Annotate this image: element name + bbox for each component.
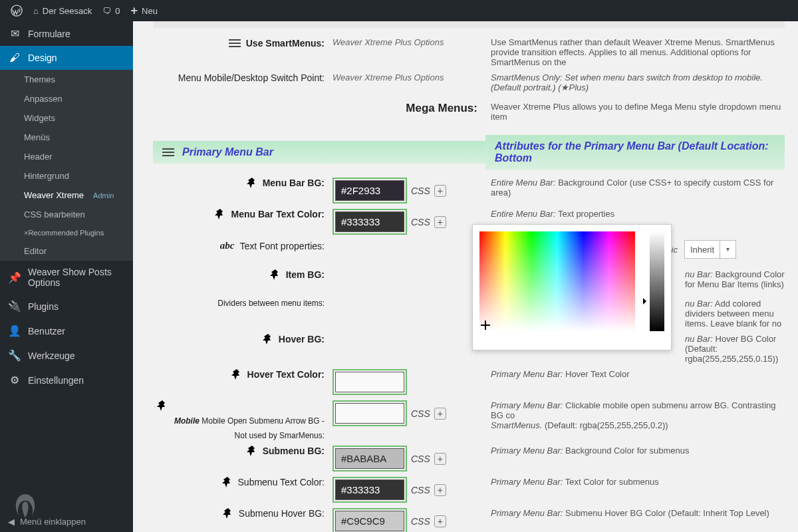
submenu-weaver-xtreme[interactable]: Weaver XtremeAdmin	[0, 186, 133, 205]
pin-icon	[231, 369, 242, 380]
css-plus-button[interactable]: +	[434, 453, 446, 465]
submenu-bg-desc: Primary Menu Bar: Background Color for s…	[485, 446, 785, 456]
user-icon: 👤	[8, 325, 21, 337]
menu-formulare[interactable]: ✉Formulare	[0, 21, 133, 46]
submenu-hintergrund[interactable]: Hintergrund	[0, 166, 133, 186]
menu-show-posts[interactable]: 📌Weaver Show Posts Options	[0, 261, 133, 294]
switch-point-desc: SmartMenus Only: Set when menu bars swit…	[485, 72, 785, 92]
use-smartmenus-label: Use SmartMenus:	[246, 38, 325, 49]
use-smartmenus-desc: Use SmartMenus rather than default Weave…	[485, 37, 785, 67]
menu-plugins[interactable]: 🔌Plugins	[0, 294, 133, 319]
submenu-text-label: Submenu Text Color:	[238, 477, 325, 487]
pin-icon	[222, 477, 233, 487]
italic-select[interactable]: Inherit▾	[684, 240, 736, 259]
item-bg-label: Item BG:	[286, 269, 325, 280]
plus-icon: +	[131, 4, 138, 18]
comment-icon: 🗨	[102, 6, 111, 16]
wrench-icon: 🔧	[8, 349, 21, 362]
submenu-hover-bg-label: Submenu Hover BG:	[239, 508, 325, 519]
submenu-text-desc: Primary Menu Bar: Text Color for submenu…	[485, 477, 785, 487]
brush-icon: 🖌	[8, 52, 21, 64]
design-submenu: Themes Anpassen Widgets Menüs Header Hin…	[0, 70, 133, 261]
mail-icon: ✉	[8, 27, 21, 40]
css-plus-button[interactable]: +	[434, 216, 446, 228]
smartmenus-plus-option: Weaver Xtreme Plus Options	[332, 37, 444, 47]
submenu-bg-input[interactable]	[335, 448, 404, 469]
submenu-editor[interactable]: Editor	[0, 241, 133, 261]
hover-text-label: Hover Text Color:	[247, 369, 325, 380]
pin-icon	[157, 400, 168, 411]
wp-logo[interactable]	[5, 0, 28, 21]
mobile-arrow-desc: Primary Menu Bar: Clickable mobile open …	[485, 400, 785, 430]
css-label: CSS	[411, 186, 430, 196]
value-slider-pointer[interactable]	[643, 298, 650, 305]
pin-icon	[247, 446, 257, 456]
mega-menus-desc: Weaver Xtreme Plus allows you to define …	[485, 102, 785, 122]
menu-bar-bg-desc: Entire Menu Bar: Background Color (use C…	[485, 178, 785, 198]
chevron-down-icon: ▾	[720, 241, 735, 258]
pin-icon	[263, 334, 273, 344]
abc-icon: abc	[220, 240, 235, 251]
mobile-arrow-input[interactable]	[335, 403, 404, 424]
menu-bar-text-label: Menu Bar Text Color:	[231, 209, 325, 219]
css-label: CSS	[411, 454, 430, 464]
css-label: CSS	[411, 485, 430, 495]
spectrum-cursor[interactable]	[481, 321, 490, 330]
submenu-hover-bg-input[interactable]	[335, 511, 404, 531]
css-plus-button[interactable]: +	[434, 484, 446, 496]
hamburger-icon	[229, 37, 241, 49]
hover-text-desc: Primary Menu Bar: Hover Text Color	[485, 369, 785, 379]
menu-tools[interactable]: 🔧Werkzeuge	[0, 343, 133, 368]
submenu-hover-bg-desc: Primary Menu Bar: Submenu Hover BG Color…	[485, 508, 785, 518]
site-home[interactable]: ⌂Der Seesack	[28, 0, 97, 21]
css-plus-button[interactable]: +	[434, 515, 446, 527]
color-picker-popup[interactable]	[472, 224, 672, 350]
home-icon: ⌂	[33, 6, 39, 16]
submenu-text-input[interactable]	[335, 479, 404, 500]
menu-bar-text-input[interactable]	[335, 211, 404, 232]
menu-design[interactable]: 🖌Design	[0, 46, 133, 70]
css-plus-button[interactable]: +	[434, 408, 446, 420]
pin-icon: 📌	[8, 271, 21, 284]
value-slider[interactable]	[650, 231, 664, 331]
css-plus-button[interactable]: +	[434, 185, 446, 197]
new-content[interactable]: +Neu	[126, 0, 163, 21]
switch-point-label: Menu Mobile/Desktop Switch Point:	[178, 72, 325, 83]
menu-bar-bg-input[interactable]	[335, 180, 404, 201]
pin-icon	[270, 269, 281, 280]
css-label: CSS	[411, 408, 430, 419]
hover-text-input[interactable]	[335, 372, 404, 392]
watermark-logo	[7, 488, 44, 525]
pin-icon	[247, 178, 257, 188]
text-font-label: Text Font properties:	[239, 241, 325, 251]
css-label: CSS	[411, 217, 430, 227]
section-primary-menu-bar: Primary Menu Bar Attributes for the Prim…	[153, 135, 785, 170]
submenu-anpassen[interactable]: Anpassen	[0, 89, 133, 108]
pin-icon	[215, 209, 225, 219]
submenu-header[interactable]: Header	[0, 147, 133, 166]
color-spectrum[interactable]	[479, 231, 635, 331]
comments-link[interactable]: 🗨0	[97, 0, 125, 21]
submenu-widgets[interactable]: Widgets	[0, 108, 133, 128]
sliders-icon: ⚙	[8, 374, 21, 386]
dividers-label: Dividers between menu items:	[217, 299, 325, 308]
menu-bar-bg-label: Menu Bar BG:	[263, 178, 325, 188]
switch-point-plus-option: Weaver Xtreme Plus Options	[332, 72, 444, 82]
menu-users[interactable]: 👤Benutzer	[0, 319, 133, 343]
menu-settings[interactable]: ⚙Einstellungen	[0, 368, 133, 392]
submenu-css-edit[interactable]: CSS bearbeiten	[0, 205, 133, 224]
plug-icon: 🔌	[8, 300, 21, 313]
menu-bar-text-desc: Entire Menu Bar: Text properties	[485, 209, 785, 219]
hover-bg-label: Hover BG:	[279, 334, 325, 344]
submenu-bg-label: Submenu BG:	[263, 446, 325, 456]
mega-menus-label: Mega Menus:	[406, 102, 477, 115]
css-label: CSS	[411, 516, 430, 527]
site-title: Der Seesack	[43, 6, 92, 16]
submenu-menus[interactable]: Menüs	[0, 128, 133, 147]
pin-icon	[223, 508, 233, 519]
hamburger-icon	[162, 146, 174, 158]
submenu-rec-plugins[interactable]: ×Recommended Plugins	[0, 224, 133, 241]
submenu-themes[interactable]: Themes	[0, 70, 133, 89]
